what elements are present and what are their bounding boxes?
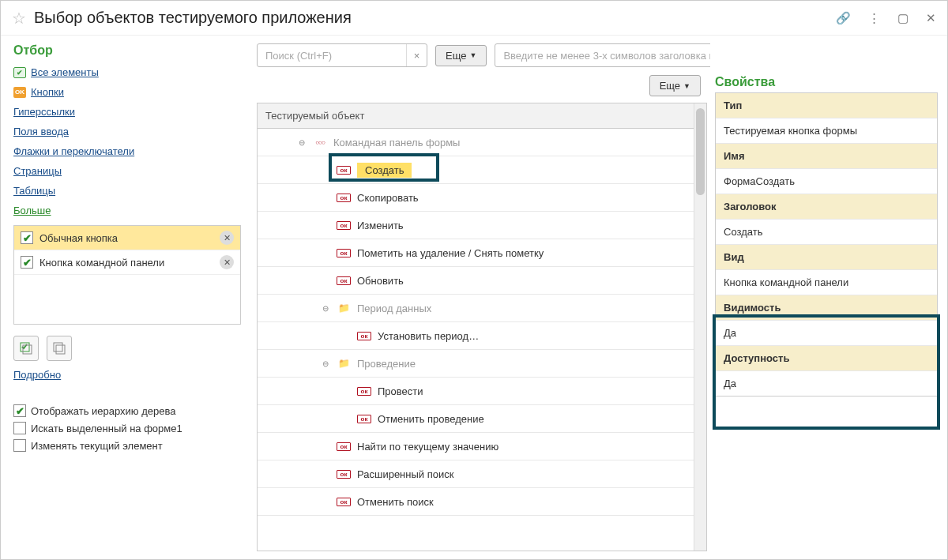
tree-label: Период данных [357, 303, 431, 314]
option-show-tree[interactable]: ✔ Отображать иерархию дерева [13, 404, 241, 417]
button-icon: ок [337, 276, 351, 285]
tree-label: Расширенный поиск [357, 468, 453, 480]
group-icon: ○○○ [313, 139, 327, 146]
tree-group-cmd-panel[interactable]: ⊖ ○○○ Командная панель формы [258, 129, 694, 156]
prop-name-label: Имя [716, 144, 937, 169]
prop-type-label: Тип [716, 93, 937, 118]
filter-pages[interactable]: Страницы [13, 165, 241, 177]
props-heading: Свойства [715, 75, 938, 89]
svg-rect-2 [54, 343, 62, 351]
close-icon[interactable]: ✕ [926, 11, 936, 25]
favorite-star-icon[interactable]: ☆ [12, 9, 26, 28]
tree-header: Тестируемый объект [258, 103, 694, 129]
filter-inputs-label: Поля ввода [13, 126, 69, 137]
prop-visibility-label: Видимость [716, 295, 937, 321]
filter-flags-label: Флажки и переключатели [13, 145, 134, 157]
filter-buttons[interactable]: OK Кнопки [13, 86, 241, 98]
tree-label: Обновить [357, 275, 404, 287]
tree-item-edit[interactable]: ок Изменить [258, 212, 694, 239]
tree-item-adv-search[interactable]: ок Расширенный поиск [258, 460, 694, 488]
prop-kind-label: Вид [716, 245, 937, 270]
option-find-selected[interactable]: Искать выделенный на форме1 [13, 422, 241, 434]
maximize-icon[interactable]: ▢ [897, 11, 908, 25]
tree-item-cancel-post[interactable]: ок Отменить проведение [258, 405, 694, 433]
tree-area: Тестируемый объект ⊖ ○○○ Командная панел… [257, 103, 707, 551]
prop-caption-value: Создать [716, 220, 937, 245]
tree-label: Проведение [357, 358, 416, 370]
option-label: Искать выделенный на форме1 [31, 423, 182, 434]
filter-flags[interactable]: Флажки и переключатели [13, 145, 241, 157]
tree-item-copy[interactable]: ок Скопировать [258, 184, 694, 212]
tree-scrollbar[interactable] [694, 103, 706, 551]
chip-remove-icon[interactable]: ✕ [220, 255, 234, 269]
window-title: Выбор объектов тестируемого приложения [34, 9, 836, 27]
title-search-input[interactable] [495, 50, 710, 62]
filter-more[interactable]: Больше [13, 205, 241, 216]
more-button-label: Еще [446, 50, 466, 62]
prop-caption-label: Заголовок [716, 194, 937, 220]
tree-more-label: Еще [660, 80, 680, 92]
option-change-current[interactable]: Изменять текущий элемент [13, 439, 241, 452]
tree-item-mark-delete[interactable]: ок Пометить на удаление / Снять пометку [258, 239, 694, 267]
tree-label: Изменить [357, 220, 404, 231]
tree-label: Пометить на удаление / Снять пометку [357, 247, 544, 259]
search-input-wrapper: × [257, 43, 427, 67]
tree-label: Найти по текущему значению [357, 441, 498, 453]
chip-remove-icon[interactable]: ✕ [220, 231, 234, 245]
tree-more-button[interactable]: Еще ▼ [649, 75, 701, 96]
tree-label: Командная панель формы [333, 137, 460, 148]
tree-group-period[interactable]: ⊖ 📁 Период данных [258, 295, 694, 322]
chip-panel-button[interactable]: ✔ Кнопка командной панели ✕ [14, 250, 240, 275]
chevron-down-icon: ▼ [469, 51, 476, 59]
clear-search-icon[interactable]: × [406, 44, 427, 66]
button-icon: ок [357, 332, 371, 340]
button-icon: ок [337, 498, 351, 506]
svg-rect-3 [56, 345, 65, 354]
option-label: Отображать иерархию дерева [31, 405, 175, 417]
tree-label: Установить период… [378, 330, 479, 342]
tree-item-set-period[interactable]: ок Установить период… [258, 322, 694, 350]
filter-links-label: Гиперссылки [13, 106, 75, 118]
tree-item-post[interactable]: ок Провести [258, 378, 694, 405]
prop-type-value: Тестируемая кнопка формы [716, 118, 937, 144]
check-all-button[interactable] [13, 336, 39, 361]
kebab-menu-icon[interactable]: ⋮ [868, 11, 880, 25]
collapse-icon[interactable]: ⊖ [321, 359, 330, 368]
tree-item-find-current[interactable]: ок Найти по текущему значению [258, 433, 694, 460]
filter-pages-label: Страницы [13, 165, 62, 177]
tree-group-posting[interactable]: ⊖ 📁 Проведение [258, 350, 694, 378]
checkbox-icon[interactable]: ✔ [21, 231, 33, 244]
button-icon: ок [337, 470, 351, 479]
filter-links[interactable]: Гиперссылки [13, 106, 241, 118]
filter-heading: Отбор [13, 43, 241, 58]
collapse-icon[interactable]: ⊖ [321, 304, 330, 313]
button-icon: ок [337, 442, 351, 451]
tree-label: Создать [357, 163, 412, 178]
option-label: Изменять текущий элемент [31, 440, 163, 452]
checkbox-icon [13, 439, 26, 452]
prop-availability-label: Доступность [716, 346, 937, 371]
more-button[interactable]: Еще ▼ [435, 45, 487, 66]
checkbox-icon: ✔ [13, 404, 26, 417]
folder-icon: 📁 [337, 358, 351, 369]
link-icon[interactable]: 🔗 [836, 11, 851, 25]
tree-item-refresh[interactable]: ок Обновить [258, 267, 694, 295]
tree-item-create[interactable]: ок Создать [258, 156, 694, 184]
chip-regular-button[interactable]: ✔ Обычная кнопка ✕ [14, 226, 240, 250]
tree-item-cancel-search[interactable]: ок Отменить поиск [258, 488, 694, 516]
filter-all[interactable]: ✔ Все элементы [13, 66, 241, 78]
filter-tables[interactable]: Таблицы [13, 185, 241, 197]
checkbox-icon[interactable]: ✔ [21, 256, 33, 269]
uncheck-all-button[interactable] [47, 336, 72, 361]
filter-inputs[interactable]: Поля ввода [13, 126, 241, 137]
filter-tables-label: Таблицы [13, 185, 55, 197]
check-all-icon: ✔ [13, 67, 26, 78]
prop-kind-value: Кнопка командной панели [716, 270, 937, 295]
tree-label: Отменить поиск [357, 496, 434, 508]
details-link[interactable]: Подробно [13, 369, 61, 381]
search-input[interactable] [258, 50, 406, 62]
filter-buttons-label: Кнопки [31, 86, 64, 98]
button-icon: OK [13, 87, 26, 98]
collapse-icon[interactable]: ⊖ [297, 138, 307, 147]
props-table: Тип Тестируемая кнопка формы Имя ФормаСо… [715, 92, 938, 397]
